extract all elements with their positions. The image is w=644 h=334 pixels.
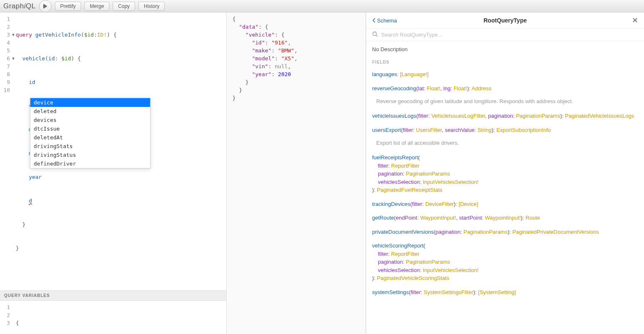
prettify-button[interactable]: Prettify <box>55 2 81 11</box>
docs-field[interactable]: usersExport(filter: UsersFilter, searchV… <box>372 126 638 134</box>
docs-field[interactable]: fuelReceiptsReport(filter: ReportFilterp… <box>372 153 638 194</box>
docs-field[interactable]: getRoute(endPoint: WaypointInput!, start… <box>372 214 638 222</box>
svg-point-0 <box>373 32 377 36</box>
autocomplete-item[interactable]: devices <box>30 116 150 124</box>
autocomplete-item[interactable]: device <box>30 98 150 107</box>
autocomplete-item[interactable]: drivingStatus <box>30 151 150 159</box>
variables-editor[interactable]: 123 { "id": "916" } <box>0 301 226 334</box>
autocomplete-popup[interactable]: devicedeleteddevicesdtcIssuedeletedAtdri… <box>30 98 151 168</box>
fields-heading: FIELDS <box>372 60 638 64</box>
docs-close-button[interactable]: ✕ <box>632 16 638 25</box>
docs-search-input[interactable] <box>381 32 638 38</box>
autocomplete-item[interactable]: dtcIssue <box>30 124 150 133</box>
logo: GraphiQL <box>3 2 36 10</box>
autocomplete-item[interactable]: definedDriver <box>30 159 150 168</box>
execute-button[interactable] <box>39 0 52 12</box>
docs-field[interactable]: reverseGeocoding(lat: Float!, lng: Float… <box>372 84 638 93</box>
topbar: GraphiQL Prettify Merge Copy History <box>0 0 644 12</box>
results-json[interactable]: { "data": { "vehicle": { "id": "916", "m… <box>227 15 365 102</box>
history-button[interactable]: History <box>138 2 165 11</box>
merge-button[interactable]: Merge <box>84 2 109 11</box>
autocomplete-item[interactable]: deleted <box>30 107 150 116</box>
docs-field-description: Reverse geocoding of given latitude and … <box>376 98 638 104</box>
line-gutter: 123 <box>0 303 12 334</box>
results-pane: { "data": { "vehicle": { "id": "916", "m… <box>227 12 366 334</box>
docs-field[interactable]: vehicleIssuesLogs(filter: VehicleIssuesL… <box>372 112 638 120</box>
docs-title: RootQueryType <box>484 17 527 24</box>
line-gutter: 12345678910 <box>0 15 12 290</box>
fold-icon[interactable]: ▼ <box>12 31 15 39</box>
docs-back-button[interactable]: Schema <box>372 17 397 24</box>
autocomplete-item[interactable]: drivingStats <box>30 142 150 151</box>
docs-pane: Schema RootQueryType ✕ No Description FI… <box>366 12 644 334</box>
docs-field[interactable]: trackingDevices(filter: DeviceFilter): [… <box>372 200 638 208</box>
docs-field[interactable]: vehicleScoringReport(filter: ReportFilte… <box>372 242 638 282</box>
docs-field[interactable]: privateDocumentVersions(pagination: Pagi… <box>372 228 638 236</box>
chevron-left-icon <box>372 18 375 23</box>
search-icon <box>372 31 378 38</box>
svg-line-1 <box>376 35 378 37</box>
fold-icon[interactable]: ▼ <box>12 54 15 62</box>
variables-header[interactable]: QUERY VARIABLES <box>0 290 226 301</box>
docs-field[interactable]: languages: [Language!] <box>372 70 638 79</box>
docs-field-description: Export list of all accessible drivers. <box>376 140 638 146</box>
autocomplete-item[interactable]: deletedAt <box>30 133 150 142</box>
play-icon <box>43 4 48 9</box>
docs-description: No Description <box>372 46 638 52</box>
docs-field[interactable]: systemSettings(filter: SystemSettingsFil… <box>372 288 638 297</box>
copy-button[interactable]: Copy <box>113 2 135 11</box>
query-editor-pane: 12345678910 ▼ query getVehicleInfo($id:I… <box>0 12 227 334</box>
